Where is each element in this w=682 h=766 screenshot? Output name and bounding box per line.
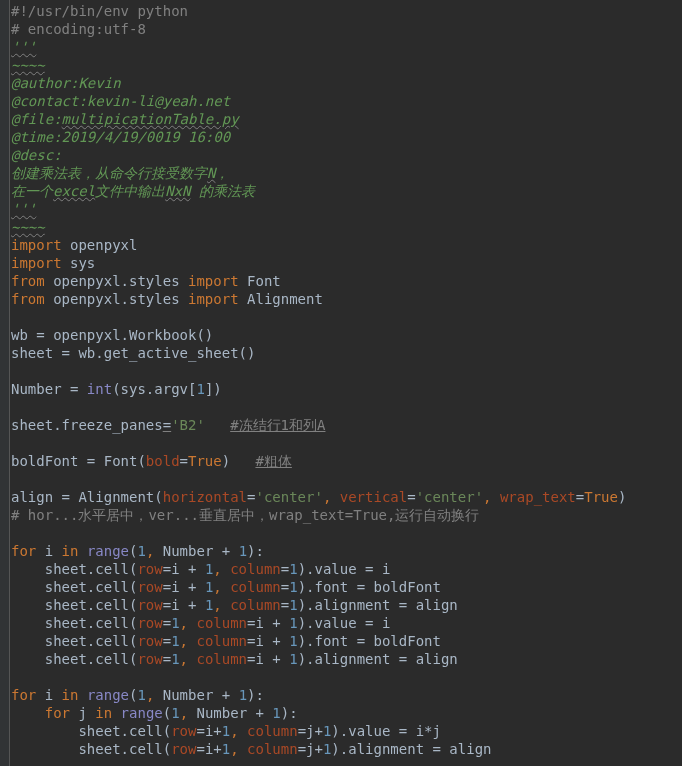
- code-line: align = Alignment(horizontal='center', v…: [11, 489, 626, 505]
- comment-line: # hor...水平居中，ver...垂直居中，wrap_text=True,运…: [11, 507, 479, 523]
- import-line: import sys: [11, 255, 95, 271]
- code-line: Number = int(sys.argv[1]): [11, 381, 222, 397]
- for-line: for i in range(1, Number + 1):: [11, 543, 264, 559]
- doc-time: @time:2019/4/19/0019 16:00: [11, 129, 230, 145]
- code-line: sheet.freeze_panes='B2' #冻结行1和列A: [11, 417, 325, 433]
- doc-contact: @contact:kevin-li@yeah.net: [11, 93, 230, 109]
- doc-file: @file:multipicationTable.py: [11, 111, 239, 127]
- gutter: [0, 0, 10, 766]
- for-line: for i in range(1, Number + 1):: [11, 687, 264, 703]
- code-line: sheet = wb.get_active_sheet(): [11, 345, 255, 361]
- docstring-open: ''': [11, 39, 36, 55]
- doc-desc: @desc:: [11, 147, 62, 163]
- wave: ~~~~: [11, 57, 45, 73]
- code-line: sheet.cell(row=1, column=i + 1).value = …: [11, 615, 390, 631]
- doc-desc1: 创建乘法表，从命令行接受数字N，: [11, 165, 229, 181]
- docstring-close: ''': [11, 201, 36, 217]
- code-editor[interactable]: #!/usr/bin/env python # encoding:utf-8 '…: [11, 2, 626, 766]
- code-line: sheet.cell(row=1, column=i + 1).font = b…: [11, 633, 441, 649]
- code-line: sheet.cell(row=i + 1, column=1).alignmen…: [11, 597, 458, 613]
- code-line: sheet.cell(row=i+1, column=j+1).value = …: [11, 723, 441, 739]
- from-import-line: from openpyxl.styles import Alignment: [11, 291, 323, 307]
- code-line: boldFont = Font(bold=True) #粗体: [11, 453, 292, 469]
- from-import-line: from openpyxl.styles import Font: [11, 273, 281, 289]
- code-line: sheet.cell(row=1, column=i + 1).alignmen…: [11, 651, 458, 667]
- for-line: for j in range(1, Number + 1):: [11, 705, 298, 721]
- shebang-line: #!/usr/bin/env python: [11, 3, 188, 19]
- code-line: sheet.cell(row=i+1, column=j+1).alignmen…: [11, 741, 492, 757]
- code-line: wb = openpyxl.Workbook(): [11, 327, 213, 343]
- code-line: sheet.cell(row=i + 1, column=1).value = …: [11, 561, 390, 577]
- wave: ~~~~: [11, 219, 45, 235]
- encoding-line: # encoding:utf-8: [11, 21, 146, 37]
- doc-author: @author:Kevin: [11, 75, 121, 91]
- doc-desc2: 在一个excel文件中输出NxN 的乘法表: [11, 183, 255, 199]
- code-line: sheet.cell(row=i + 1, column=1).font = b…: [11, 579, 441, 595]
- import-line: import openpyxl: [11, 237, 137, 253]
